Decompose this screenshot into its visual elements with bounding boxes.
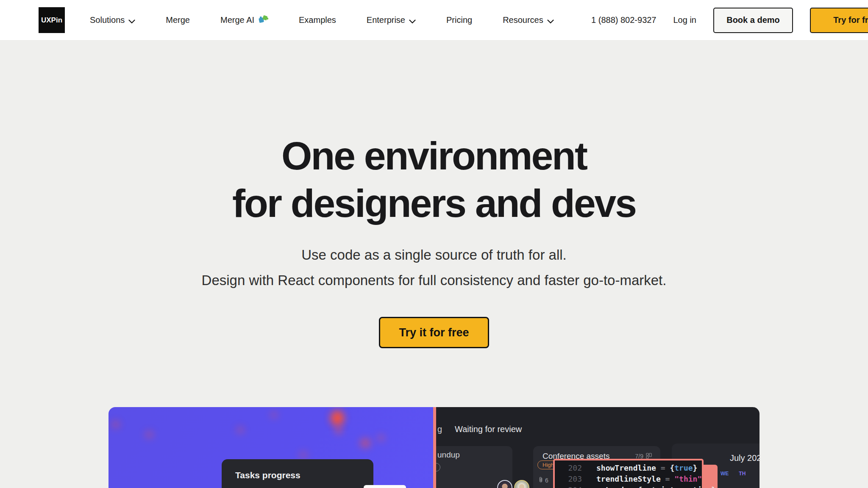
chevron-down-icon — [409, 16, 416, 26]
nav-item-label: Merge AI — [220, 15, 254, 25]
try-it-free-button[interactable]: Try it for free — [379, 317, 489, 348]
paint-blob — [145, 431, 153, 438]
code-line: 203 trendlineStyle = "thin" — [555, 474, 702, 485]
nav-item-merge[interactable]: Merge — [166, 15, 190, 25]
code-inspector-panel: 202 showTrendline = {true} 203 trendline… — [553, 459, 704, 488]
tasks-progress-card: Tasks progress — [222, 459, 373, 488]
paint-blob — [378, 435, 384, 441]
paint-blob — [336, 427, 342, 433]
calendar-day-th: TH — [739, 471, 746, 477]
line-number: 203 — [555, 474, 582, 485]
nav-item-label: Examples — [299, 15, 336, 25]
nav-actions: 1 (888) 802-9327 Log in Book a demo Try … — [591, 8, 868, 33]
tab-waiting-for-review: Waiting for review — [455, 424, 522, 434]
hero-subtitle-line1: Use code as a single source of truth for… — [301, 247, 567, 263]
uxpin-logo-text: UXPin — [41, 16, 62, 25]
code-line: 204 onLoad = {set interaction} — [555, 485, 702, 488]
paint-blob — [236, 427, 244, 433]
hero-title: One environment for designers and devs — [0, 41, 868, 227]
nav-item-label: Resources — [503, 15, 543, 25]
nav-item-solutions[interactable]: Solutions — [90, 15, 135, 26]
hero-section: One environment for designers and devs U… — [0, 41, 868, 348]
login-link[interactable]: Log in — [673, 15, 697, 25]
nav-item-enterprise[interactable]: Enterprise — [367, 15, 416, 26]
chevron-down-icon — [547, 16, 554, 26]
nav-menu: Solutions Merge Merge AI Examples — [90, 14, 554, 26]
tasks-progress-title: Tasks progress — [235, 470, 373, 480]
product-preview-image: Tasks progress g Waiting for review undu… — [108, 407, 760, 488]
nav-item-pricing[interactable]: Pricing — [446, 15, 472, 25]
book-demo-button[interactable]: Book a demo — [713, 8, 793, 33]
nav-item-examples[interactable]: Examples — [299, 15, 336, 25]
phone-link[interactable]: 1 (888) 802-9327 — [591, 15, 656, 25]
avatar — [497, 480, 512, 488]
nav-item-label: Merge — [166, 15, 190, 25]
top-nav: UXPin Solutions Merge Merge AI — [0, 0, 868, 41]
panel-divider — [433, 407, 436, 488]
code-line: 202 showTrendline = {true} — [555, 463, 702, 474]
line-number: 202 — [555, 463, 582, 474]
nav-item-label: Enterprise — [367, 15, 405, 25]
attachment-count: 6 — [545, 477, 548, 484]
roundup-card-title-partial: undup — [437, 450, 512, 460]
white-card-edge — [364, 485, 406, 488]
design-canvas-panel: Tasks progress — [108, 407, 433, 488]
calendar-month: July 2021 — [730, 453, 760, 463]
paperclip-icon — [538, 477, 543, 484]
hero-title-line1: One environment — [281, 134, 587, 178]
paint-blob — [299, 451, 308, 459]
page: UXPin Solutions Merge Merge AI — [0, 0, 868, 488]
chevron-down-icon — [128, 16, 135, 26]
task-board-panel: g Waiting for review undup Conference as… — [436, 407, 760, 488]
hero-title-line2: for designers and devs — [232, 181, 636, 225]
status-ring-icon — [436, 463, 440, 471]
avatar — [514, 480, 529, 488]
paint-blob — [271, 412, 277, 418]
nav-item-label: Solutions — [90, 15, 125, 25]
line-number: 204 — [555, 485, 582, 488]
hero-subtitle: Use code as a single source of truth for… — [0, 242, 868, 293]
paint-blob — [112, 421, 120, 428]
try-free-button[interactable]: Try for free — [810, 8, 868, 33]
hero-subtitle-line2: Design with React components for full co… — [202, 272, 667, 288]
assignee-avatars — [497, 480, 529, 488]
uxpin-logo[interactable]: UXPin — [39, 7, 65, 33]
paint-blob — [360, 438, 370, 448]
nav-item-resources[interactable]: Resources — [503, 15, 554, 26]
nav-item-label: Pricing — [446, 15, 472, 25]
paint-blob — [331, 410, 344, 426]
tab-backlog-partial: g — [437, 424, 442, 434]
nav-item-merge-ai[interactable]: Merge AI — [220, 14, 268, 26]
puzzle-icon — [258, 14, 268, 26]
calendar-day-we: WE — [721, 471, 729, 477]
